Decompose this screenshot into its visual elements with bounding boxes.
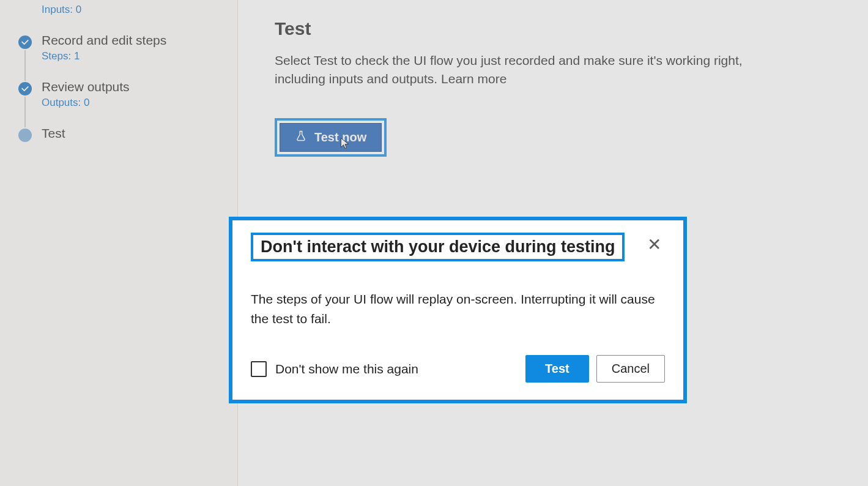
dialog-footer: Don't show me this again Test Cancel [251,355,665,383]
close-icon: ✕ [647,235,661,254]
dont-show-checkbox[interactable] [251,361,267,377]
dialog-cancel-button[interactable]: Cancel [596,355,665,383]
test-warning-dialog: Don't interact with your device during t… [229,217,687,403]
close-button[interactable]: ✕ [644,235,665,255]
dont-show-label: Don't show me this again [275,362,418,376]
dialog-title-highlight: Don't interact with your device during t… [251,233,625,261]
dont-show-again-row[interactable]: Don't show me this again [251,361,418,377]
dialog-title: Don't interact with your device during t… [261,237,615,256]
dialog-content: Don't interact with your device during t… [232,220,683,400]
dialog-body: The steps of your UI flow will replay on… [251,290,665,328]
dialog-buttons: Test Cancel [525,355,665,383]
dialog-test-button[interactable]: Test [525,355,589,383]
dialog-header: Don't interact with your device during t… [251,233,665,261]
